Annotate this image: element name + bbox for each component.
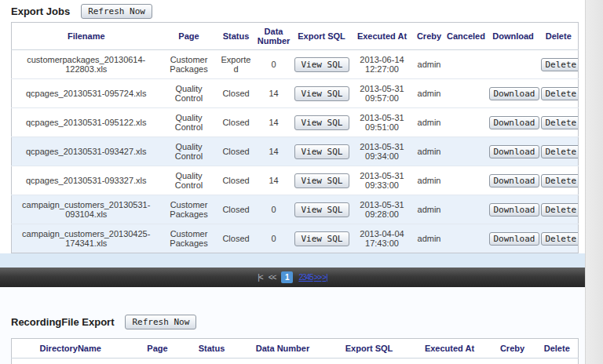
filename-cell: qcpages_20130531-095724.xls (12, 79, 161, 108)
table-row: qcpages_20130531-093327.xls Quality Cont… (12, 166, 579, 195)
table-row: qcpages_20130531-095724.xls Quality Cont… (12, 79, 579, 108)
pager: |< << 1 2345 >> >| (258, 271, 327, 283)
view-sql-button[interactable]: View SQL (294, 57, 350, 72)
filename-cell: customerpackages_20130614-122803.xls (12, 50, 161, 79)
recording-file-export-table: DirectoryNamePageStatusData NumberExport… (11, 338, 579, 364)
delete-button[interactable]: Delete (541, 145, 579, 158)
download-cell: Download (488, 137, 539, 166)
view-sql-button[interactable]: View SQL (294, 144, 350, 159)
status-cell: Closed (217, 166, 255, 195)
delete-button[interactable]: Delete (541, 58, 579, 71)
data-number-cell: 14 (255, 166, 293, 195)
data-number-cell: 0 (255, 195, 293, 224)
filename-cell: qcpages_20130531-093327.xls (12, 166, 161, 195)
executed-at-cell: 2013-05-31 09:34:00 (351, 137, 414, 166)
delete-button[interactable]: Delete (541, 116, 579, 129)
delete-cell: Delete (539, 137, 579, 166)
export-sql-cell: View SQL (293, 166, 351, 195)
view-sql-button[interactable]: View SQL (294, 202, 350, 217)
delete-button[interactable]: Delete (541, 87, 579, 100)
column-header: Export SQL (293, 23, 351, 50)
delete-cell: Delete (539, 50, 579, 79)
recording-file-header-row: DirectoryNamePageStatusData NumberExport… (12, 339, 579, 359)
column-header: Page (130, 339, 186, 359)
download-button[interactable]: Download (489, 116, 539, 129)
delete-cell: Delete (539, 224, 579, 253)
export-jobs-refresh-button[interactable]: Refresh Now (81, 4, 152, 19)
recording-file-export-section: RecordingFile Export Refresh Now Directo… (0, 287, 585, 364)
pager-next-button[interactable]: >> (314, 273, 322, 282)
status-cell: Closed (217, 195, 255, 224)
download-cell: Download (488, 195, 539, 224)
pager-first-button[interactable]: |< (258, 273, 262, 282)
column-header: Download (488, 23, 539, 50)
status-cell: Closed (217, 79, 255, 108)
filename-cell: qcpages_20130531-095122.xls (12, 108, 161, 137)
executed-at-cell: 2013-05-31 09:33:00 (351, 166, 414, 195)
view-sql-button[interactable]: View SQL (294, 115, 350, 130)
recording-file-refresh-button[interactable]: Refresh Now (125, 315, 196, 329)
column-header: Creby (489, 339, 536, 359)
empty-row: No Export Information (12, 359, 579, 364)
export-sql-cell: View SQL (293, 108, 351, 137)
pagination-bar: |< << 1 2345 >> >| (0, 268, 585, 287)
executed-at-cell: 2013-05-31 09:28:00 (351, 195, 414, 224)
delete-button[interactable]: Delete (541, 174, 579, 187)
pager-last-button[interactable]: >| (322, 273, 327, 282)
view-sql-button[interactable]: View SQL (294, 231, 350, 246)
delete-cell: Delete (539, 79, 579, 108)
delete-button[interactable]: Delete (541, 232, 579, 246)
creby-cell: admin (414, 224, 445, 253)
canceled-cell (445, 166, 488, 195)
page-right-margin (585, 0, 603, 364)
creby-cell: admin (414, 195, 445, 224)
column-header: Creby (414, 23, 445, 50)
download-cell: Download (488, 79, 539, 108)
column-header: Page (161, 23, 217, 50)
data-number-cell: 14 (255, 108, 293, 137)
delete-cell: Delete (539, 166, 579, 195)
page-cell: Customer Packages (161, 50, 217, 79)
download-cell: Download (488, 166, 539, 195)
download-button[interactable]: Download (489, 87, 539, 100)
recording-file-export-header: RecordingFile Export Refresh Now (0, 311, 585, 333)
export-sql-cell: View SQL (293, 50, 351, 79)
status-cell: Exported (217, 50, 255, 79)
main-content: Export Jobs Refresh Now FilenamePageStat… (0, 0, 585, 364)
creby-cell: admin (414, 108, 445, 137)
data-number-cell: 14 (255, 79, 293, 108)
download-cell: Download (488, 108, 539, 137)
column-header: Data Number (238, 339, 328, 359)
pager-current-page[interactable]: 1 (281, 271, 293, 283)
download-button[interactable]: Download (489, 232, 539, 246)
page-cell: Quality Control (161, 137, 217, 166)
export-jobs-table: FilenamePageStatusData NumberExport SQLE… (11, 22, 579, 253)
column-header: Executed At (411, 339, 489, 359)
executed-at-cell: 2013-04-04 17:43:00 (351, 224, 414, 253)
download-button[interactable]: Download (489, 203, 539, 217)
status-cell: Closed (217, 224, 255, 253)
canceled-cell (445, 195, 488, 224)
creby-cell: admin (414, 50, 445, 79)
page-cell: Customer Packages (161, 195, 217, 224)
delete-button[interactable]: Delete (541, 203, 579, 217)
table-footer-strip (0, 253, 585, 268)
status-cell: Closed (217, 108, 255, 137)
export-sql-cell: View SQL (293, 79, 351, 108)
view-sql-button[interactable]: View SQL (294, 86, 350, 101)
download-button[interactable]: Download (489, 174, 539, 187)
data-number-cell: 0 (255, 224, 293, 253)
export-sql-cell: View SQL (293, 137, 351, 166)
pager-page-links[interactable]: 2345 (298, 273, 312, 282)
column-header: Filename (12, 23, 161, 50)
status-cell: Closed (217, 137, 255, 166)
column-header: Export SQL (328, 339, 411, 359)
pager-prev-button[interactable]: << (269, 273, 276, 282)
download-button[interactable]: Download (489, 145, 539, 158)
export-jobs-header-row: FilenamePageStatusData NumberExport SQLE… (12, 23, 579, 50)
column-header: Delete (539, 23, 579, 50)
table-row: campaign_customers_20130425-174341.xls C… (12, 224, 579, 253)
view-sql-button[interactable]: View SQL (294, 173, 350, 188)
creby-cell: admin (414, 166, 445, 195)
canceled-cell (445, 137, 488, 166)
